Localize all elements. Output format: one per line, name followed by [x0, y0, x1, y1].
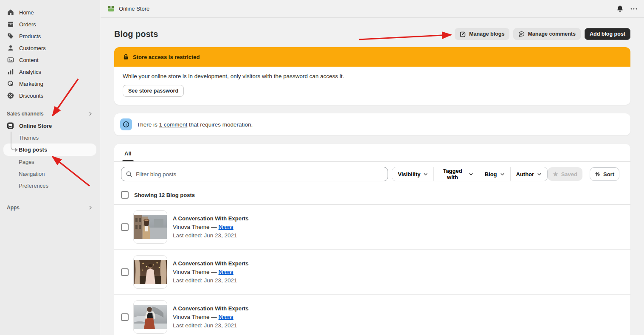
manage-blogs-button[interactable]: Manage blogs	[455, 28, 509, 40]
news-blog-link[interactable]: News	[219, 269, 233, 275]
sidebar-item-analytics[interactable]: Analytics	[0, 66, 100, 78]
online-store-label: Online Store	[19, 123, 52, 129]
page-title: Blog posts	[114, 29, 158, 39]
comment-moderation-link[interactable]: 1 comment	[159, 121, 188, 128]
blog-filter-label: Blog	[485, 171, 497, 177]
filter-blog-posts-input[interactable]	[136, 171, 383, 177]
visibility-filter-button[interactable]: Visibility	[392, 167, 433, 181]
sort-arrows-icon	[595, 171, 601, 177]
chevron-right-icon	[88, 111, 93, 116]
filter-group: Visibility Tagged with Blog Author	[392, 167, 548, 181]
moderation-text-prefix: There is	[137, 121, 159, 128]
blog-post-row[interactable]: A Conversation With Experts Vinova Theme…	[114, 295, 630, 335]
chevron-down-icon	[500, 172, 505, 177]
filter-search-box[interactable]	[121, 167, 388, 181]
sidebar-item-pages[interactable]: Pages	[0, 156, 100, 168]
discount-icon	[7, 92, 14, 99]
add-blog-post-button[interactable]: Add blog post	[585, 28, 630, 40]
post-last-edited: Last edited: Jun 23, 2021	[173, 322, 249, 329]
chevron-down-icon	[537, 172, 542, 177]
sidebar-item-themes[interactable]: Themes	[0, 132, 100, 144]
sidebar-item-label: Content	[19, 57, 39, 63]
post-byline: Vinova Theme — News	[173, 314, 249, 320]
sidebar-item-discounts[interactable]: Discounts	[0, 90, 100, 101]
sales-channels-label: Sales channels	[7, 111, 44, 117]
showing-count-label: Showing 12 Blog posts	[134, 192, 195, 198]
sidebar-item-label: Discounts	[19, 93, 43, 99]
navigation-label: Navigation	[19, 171, 45, 177]
post-byline: Vinova Theme — News	[173, 224, 249, 230]
sales-channels-header[interactable]: Sales channels	[0, 108, 100, 120]
more-options-icon[interactable]	[630, 8, 637, 10]
post-title: A Conversation With Experts	[173, 260, 249, 267]
post-byline: Vinova Theme — News	[173, 269, 249, 275]
chevron-right-icon	[88, 205, 93, 210]
storefront-badge-icon	[7, 122, 14, 129]
person-icon	[7, 45, 14, 52]
sidebar-item-preferences[interactable]: Preferences	[0, 180, 100, 191]
row-checkbox[interactable]	[121, 313, 129, 321]
star-icon: ★	[553, 171, 558, 177]
sidebar-item-label: Customers	[19, 45, 46, 51]
manage-comments-button[interactable]: Manage comments	[513, 28, 581, 40]
apps-header[interactable]: Apps	[0, 202, 100, 214]
moderation-text-suffix: that requires moderation.	[187, 121, 253, 128]
chevron-down-icon	[469, 172, 473, 177]
sidebar-item-marketing[interactable]: Marketing	[0, 78, 100, 90]
lock-icon	[123, 53, 129, 60]
see-store-password-label: See store password	[128, 88, 178, 94]
home-icon	[7, 9, 14, 16]
tab-all[interactable]: All	[119, 146, 137, 161]
select-all-checkbox[interactable]	[121, 191, 129, 199]
tabs-row: All	[114, 144, 630, 162]
media-icon	[7, 56, 14, 64]
pages-label: Pages	[19, 159, 34, 165]
blog-filter-button[interactable]: Blog	[479, 167, 510, 181]
list-header-row: Showing 12 Blog posts	[114, 186, 630, 205]
sidebar-item-content[interactable]: Content	[0, 54, 100, 66]
blog-post-row[interactable]: A Conversation With Experts Vinova Theme…	[114, 250, 630, 295]
post-last-edited: Last edited: Jun 23, 2021	[173, 232, 249, 239]
sidebar-item-navigation[interactable]: Navigation	[0, 168, 100, 180]
saved-label: Saved	[561, 171, 577, 177]
manage-comments-label: Manage comments	[528, 31, 576, 37]
post-title: A Conversation With Experts	[173, 215, 249, 222]
author-filter-button[interactable]: Author	[510, 167, 548, 181]
bar-chart-icon	[7, 68, 14, 76]
sidebar-item-label: Marketing	[19, 81, 43, 87]
news-blog-link[interactable]: News	[219, 224, 233, 230]
tag-icon	[7, 33, 14, 40]
sidebar-item-customers[interactable]: Customers	[0, 42, 100, 54]
sort-button[interactable]: Sort	[590, 167, 619, 181]
post-thumbnail-woman-mist	[133, 300, 167, 334]
sidebar-item-orders[interactable]: Orders	[0, 18, 100, 30]
preferences-label: Preferences	[19, 183, 48, 189]
sidebar-item-products[interactable]: Products	[0, 30, 100, 42]
target-icon	[7, 80, 14, 87]
edit-note-icon	[460, 31, 466, 37]
see-store-password-button[interactable]: See store password	[123, 85, 184, 97]
row-checkbox[interactable]	[121, 223, 129, 231]
tagged-with-filter-button[interactable]: Tagged with	[433, 167, 478, 181]
themes-label: Themes	[19, 135, 39, 141]
notifications-bell-icon[interactable]	[616, 5, 624, 12]
row-checkbox[interactable]	[121, 268, 129, 276]
sidebar-item-label: Analytics	[19, 69, 41, 75]
online-store-channel-icon	[107, 5, 115, 12]
saved-button[interactable]: ★ Saved	[548, 167, 582, 181]
sidebar-item-home[interactable]: Home	[0, 6, 100, 18]
post-thumbnail-woman-street	[133, 210, 167, 244]
sidebar-item-online-store[interactable]: Online Store	[0, 120, 100, 132]
sidebar-item-label: Products	[19, 33, 41, 39]
filter-row: Visibility Tagged with Blog Author	[114, 162, 630, 186]
sidebar-item-label: Orders	[19, 21, 36, 28]
news-blog-link[interactable]: News	[219, 314, 233, 320]
banner-body-text: While your online store is in developmen…	[123, 73, 622, 79]
store-access-banner: Store access is restricted While your on…	[114, 47, 630, 105]
add-blog-post-label: Add blog post	[590, 31, 625, 37]
app-breadcrumb[interactable]: Online Store	[107, 5, 149, 12]
sidebar-item-blog-posts[interactable]: Blog posts	[3, 144, 96, 156]
blog-post-row[interactable]: A Conversation With Experts Vinova Theme…	[114, 205, 630, 250]
app-title: Online Store	[119, 6, 149, 12]
post-byline-prefix: Vinova Theme —	[173, 314, 219, 320]
